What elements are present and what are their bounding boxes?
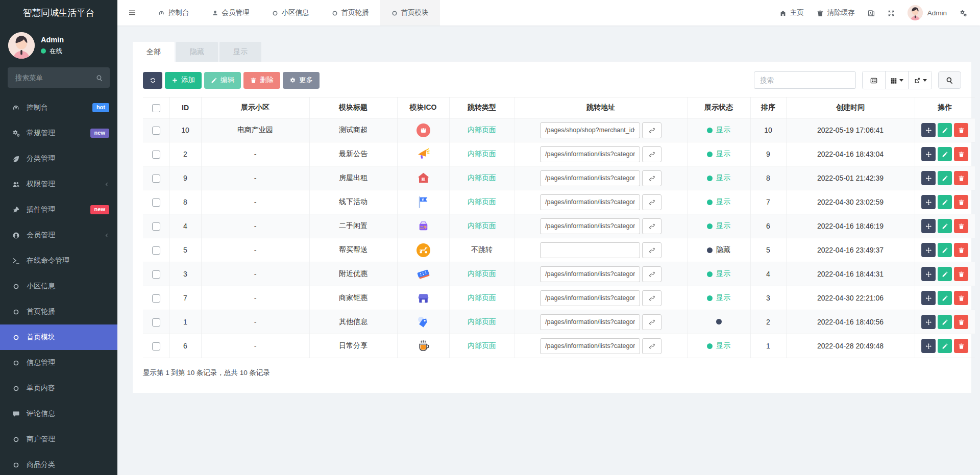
jump-url-input[interactable] — [540, 194, 640, 210]
translate-button[interactable] — [868, 9, 875, 16]
sidebar-item[interactable]: 会员管理 — [0, 222, 117, 248]
row-delete-button[interactable] — [954, 171, 968, 185]
menu-search-input[interactable] — [14, 73, 96, 82]
status-badge[interactable]: 显示 — [707, 197, 730, 207]
table-search-input[interactable] — [754, 71, 856, 89]
menu-toggle-icon[interactable] — [117, 0, 147, 26]
status-badge[interactable]: 显示 — [707, 149, 730, 159]
row-edit-button[interactable] — [938, 243, 952, 257]
columns-button[interactable] — [886, 71, 909, 89]
sidebar-item[interactable]: 在线命令管理 — [0, 248, 117, 273]
row-delete-button[interactable] — [954, 147, 968, 161]
row-delete-button[interactable] — [954, 243, 968, 257]
sidebar-item[interactable]: 权限管理 — [0, 171, 117, 197]
search-submit-button[interactable] — [938, 71, 961, 89]
row-edit-button[interactable] — [938, 195, 952, 209]
row-edit-button[interactable] — [938, 315, 952, 329]
toggle-view-button[interactable] — [863, 71, 886, 89]
link-button[interactable] — [642, 170, 662, 186]
status-badge[interactable] — [716, 319, 722, 324]
sidebar-item[interactable]: 控制台 hot — [0, 95, 117, 120]
search-icon[interactable] — [96, 73, 103, 82]
status-badge[interactable]: 显示 — [707, 269, 730, 279]
jump-url-input[interactable] — [540, 146, 640, 162]
sidebar-item[interactable]: 插件管理 new — [0, 197, 117, 222]
status-badge[interactable]: 显示 — [707, 173, 730, 183]
add-button[interactable]: 添加 — [165, 72, 202, 89]
row-checkbox[interactable] — [152, 222, 160, 231]
row-edit-button[interactable] — [938, 147, 952, 161]
jump-url-input[interactable] — [540, 314, 640, 330]
jump-url-input[interactable] — [540, 170, 640, 186]
drag-sort-button[interactable] — [921, 123, 936, 137]
link-button[interactable] — [642, 266, 662, 282]
home-link[interactable]: 主页 — [779, 8, 804, 17]
jump-url-input[interactable] — [540, 242, 640, 258]
row-checkbox[interactable] — [152, 174, 160, 183]
edit-button[interactable]: 编辑 — [204, 72, 241, 89]
row-edit-button[interactable] — [938, 339, 952, 353]
sidebar-item[interactable]: 信息管理 — [0, 350, 117, 376]
row-delete-button[interactable] — [954, 219, 968, 233]
row-edit-button[interactable] — [938, 219, 952, 233]
navbar-tab[interactable]: 首页模块 — [380, 0, 440, 26]
drag-sort-button[interactable] — [921, 315, 936, 329]
clear-cache-link[interactable]: 清除缓存 — [817, 8, 855, 17]
sidebar-item[interactable]: 首页模块 — [0, 324, 117, 350]
jump-url-input[interactable] — [540, 218, 640, 234]
status-badge[interactable]: 显示 — [707, 341, 730, 351]
jump-url-input[interactable] — [540, 338, 640, 354]
link-button[interactable] — [642, 218, 662, 234]
settings-button[interactable] — [960, 9, 967, 16]
row-delete-button[interactable] — [954, 123, 968, 137]
drag-sort-button[interactable] — [921, 219, 936, 233]
drag-sort-button[interactable] — [921, 243, 936, 257]
row-checkbox[interactable] — [152, 151, 160, 159]
row-edit-button[interactable] — [938, 123, 952, 137]
row-delete-button[interactable] — [954, 291, 968, 305]
user-menu[interactable]: Admin — [908, 5, 947, 20]
sidebar-item[interactable]: 分类管理 — [0, 146, 117, 171]
sidebar-item[interactable]: 商品分类 — [0, 452, 117, 475]
row-edit-button[interactable] — [938, 291, 952, 305]
row-delete-button[interactable] — [954, 267, 968, 281]
link-button[interactable] — [642, 314, 662, 330]
fullscreen-button[interactable] — [888, 9, 895, 16]
sidebar-item[interactable]: 商户管理 — [0, 427, 117, 452]
sidebar-item[interactable]: 首页轮播 — [0, 299, 117, 324]
navbar-tab[interactable]: 小区信息 — [261, 0, 321, 26]
delete-button[interactable]: 删除 — [243, 72, 280, 89]
row-delete-button[interactable] — [954, 315, 968, 329]
jump-url-input[interactable] — [540, 122, 640, 138]
row-checkbox[interactable] — [152, 318, 160, 327]
drag-sort-button[interactable] — [921, 147, 936, 161]
link-button[interactable] — [642, 242, 662, 258]
status-badge[interactable]: 隐藏 — [707, 245, 730, 255]
link-button[interactable] — [642, 194, 662, 210]
link-button[interactable] — [642, 338, 662, 354]
row-checkbox[interactable] — [152, 270, 160, 279]
status-badge[interactable]: 显示 — [707, 221, 730, 231]
navbar-tab[interactable]: 首页轮播 — [321, 0, 380, 26]
sidebar-item[interactable]: 小区信息 — [0, 273, 117, 299]
filter-tab[interactable]: 显示 — [219, 42, 261, 62]
jump-url-input[interactable] — [540, 290, 640, 306]
row-delete-button[interactable] — [954, 339, 968, 353]
navbar-tab[interactable]: 控制台 — [147, 0, 201, 26]
row-edit-button[interactable] — [938, 267, 952, 281]
navbar-tab[interactable]: 会员管理 — [201, 0, 261, 26]
link-button[interactable] — [642, 146, 662, 162]
app-logo[interactable]: 智慧同城生活平台 — [0, 0, 117, 26]
row-checkbox[interactable] — [152, 198, 160, 207]
row-edit-button[interactable] — [938, 171, 952, 185]
more-button[interactable]: 更多 — [283, 72, 320, 89]
row-checkbox[interactable] — [152, 246, 160, 255]
sidebar-item[interactable]: 评论信息 — [0, 401, 117, 427]
drag-sort-button[interactable] — [921, 267, 936, 281]
link-button[interactable] — [642, 122, 662, 138]
drag-sort-button[interactable] — [921, 195, 936, 209]
refresh-button[interactable] — [143, 72, 162, 89]
sidebar-item[interactable]: 常规管理 new — [0, 120, 117, 146]
status-badge[interactable]: 显示 — [707, 293, 730, 303]
row-checkbox[interactable] — [152, 127, 160, 135]
